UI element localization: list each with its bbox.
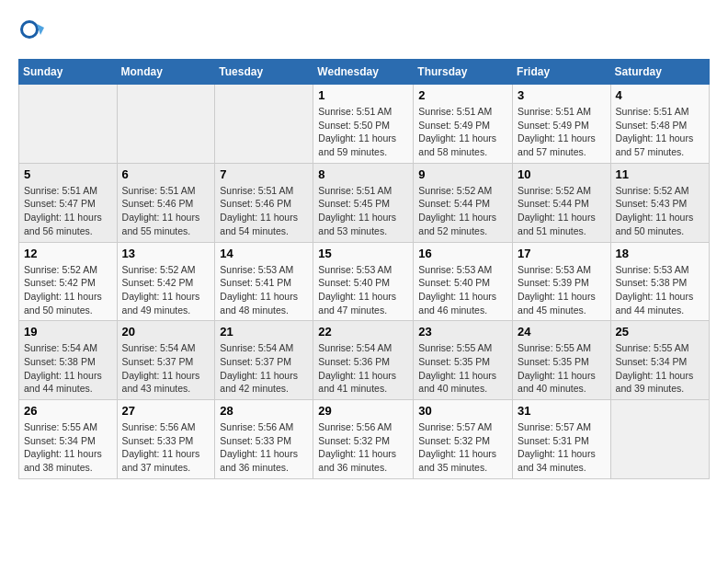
page-header	[18, 18, 710, 44]
calendar-week-row: 12Sunrise: 5:52 AM Sunset: 5:42 PM Dayli…	[19, 242, 710, 321]
day-number: 29	[318, 404, 408, 418]
calendar-cell: 8Sunrise: 5:51 AM Sunset: 5:45 PM Daylig…	[313, 163, 414, 242]
day-info: Sunrise: 5:52 AM Sunset: 5:42 PM Dayligh…	[24, 263, 112, 317]
day-number: 28	[220, 404, 308, 418]
calendar-cell: 31Sunrise: 5:57 AM Sunset: 5:31 PM Dayli…	[513, 400, 611, 479]
day-info: Sunrise: 5:51 AM Sunset: 5:46 PM Dayligh…	[220, 184, 308, 238]
calendar-cell: 14Sunrise: 5:53 AM Sunset: 5:41 PM Dayli…	[215, 242, 313, 321]
day-number: 9	[418, 167, 507, 181]
day-number: 22	[318, 325, 408, 339]
calendar-cell	[215, 85, 313, 164]
day-header: Tuesday	[215, 60, 313, 85]
day-header: Saturday	[610, 60, 709, 85]
calendar-cell: 27Sunrise: 5:56 AM Sunset: 5:33 PM Dayli…	[117, 400, 215, 479]
day-info: Sunrise: 5:51 AM Sunset: 5:47 PM Dayligh…	[24, 184, 112, 238]
day-number: 3	[518, 88, 606, 102]
calendar-week-row: 26Sunrise: 5:55 AM Sunset: 5:34 PM Dayli…	[19, 400, 710, 479]
calendar-table: SundayMondayTuesdayWednesdayThursdayFrid…	[18, 59, 710, 479]
day-info: Sunrise: 5:51 AM Sunset: 5:45 PM Dayligh…	[318, 184, 408, 238]
calendar-cell: 15Sunrise: 5:53 AM Sunset: 5:40 PM Dayli…	[313, 242, 414, 321]
day-info: Sunrise: 5:53 AM Sunset: 5:41 PM Dayligh…	[220, 263, 308, 317]
day-info: Sunrise: 5:53 AM Sunset: 5:40 PM Dayligh…	[418, 263, 507, 317]
day-info: Sunrise: 5:55 AM Sunset: 5:34 PM Dayligh…	[24, 420, 112, 475]
calendar-cell: 7Sunrise: 5:51 AM Sunset: 5:46 PM Daylig…	[215, 163, 313, 242]
day-number: 26	[24, 404, 112, 418]
day-info: Sunrise: 5:52 AM Sunset: 5:42 PM Dayligh…	[122, 263, 210, 317]
calendar-week-row: 19Sunrise: 5:54 AM Sunset: 5:38 PM Dayli…	[19, 321, 710, 400]
logo-icon	[18, 18, 44, 44]
day-info: Sunrise: 5:53 AM Sunset: 5:39 PM Dayligh…	[518, 263, 606, 317]
day-info: Sunrise: 5:55 AM Sunset: 5:35 PM Dayligh…	[518, 341, 606, 396]
day-header: Thursday	[414, 60, 513, 85]
calendar-cell: 1Sunrise: 5:51 AM Sunset: 5:50 PM Daylig…	[313, 85, 414, 164]
svg-point-1	[23, 23, 36, 36]
calendar-header-row: SundayMondayTuesdayWednesdayThursdayFrid…	[19, 60, 710, 85]
day-info: Sunrise: 5:51 AM Sunset: 5:50 PM Dayligh…	[318, 105, 408, 159]
day-number: 24	[518, 325, 606, 339]
day-info: Sunrise: 5:52 AM Sunset: 5:44 PM Dayligh…	[418, 184, 507, 238]
day-info: Sunrise: 5:56 AM Sunset: 5:32 PM Dayligh…	[318, 420, 408, 475]
day-number: 27	[122, 404, 210, 418]
day-info: Sunrise: 5:57 AM Sunset: 5:31 PM Dayligh…	[518, 420, 606, 475]
day-number: 30	[418, 404, 507, 418]
day-info: Sunrise: 5:56 AM Sunset: 5:33 PM Dayligh…	[220, 420, 308, 475]
day-number: 23	[418, 325, 507, 339]
day-number: 12	[24, 247, 112, 260]
calendar-cell: 9Sunrise: 5:52 AM Sunset: 5:44 PM Daylig…	[414, 163, 513, 242]
calendar-cell: 11Sunrise: 5:52 AM Sunset: 5:43 PM Dayli…	[610, 163, 709, 242]
calendar-cell: 24Sunrise: 5:55 AM Sunset: 5:35 PM Dayli…	[513, 321, 611, 400]
day-number: 14	[220, 247, 308, 260]
day-header: Wednesday	[313, 60, 414, 85]
calendar-cell: 16Sunrise: 5:53 AM Sunset: 5:40 PM Dayli…	[414, 242, 513, 321]
calendar-cell	[117, 85, 215, 164]
day-number: 11	[616, 167, 704, 181]
calendar-week-row: 5Sunrise: 5:51 AM Sunset: 5:47 PM Daylig…	[19, 163, 710, 242]
calendar-cell: 22Sunrise: 5:54 AM Sunset: 5:36 PM Dayli…	[313, 321, 414, 400]
calendar-cell: 3Sunrise: 5:51 AM Sunset: 5:49 PM Daylig…	[513, 85, 611, 164]
day-number: 18	[616, 247, 704, 260]
day-info: Sunrise: 5:55 AM Sunset: 5:35 PM Dayligh…	[418, 341, 507, 396]
day-number: 10	[518, 167, 606, 181]
day-info: Sunrise: 5:53 AM Sunset: 5:38 PM Dayligh…	[616, 263, 704, 317]
calendar-cell: 2Sunrise: 5:51 AM Sunset: 5:49 PM Daylig…	[414, 85, 513, 164]
day-info: Sunrise: 5:57 AM Sunset: 5:32 PM Dayligh…	[418, 420, 507, 475]
day-number: 16	[418, 247, 507, 260]
day-number: 5	[24, 167, 112, 181]
day-info: Sunrise: 5:54 AM Sunset: 5:36 PM Dayligh…	[318, 341, 408, 396]
calendar-cell: 10Sunrise: 5:52 AM Sunset: 5:44 PM Dayli…	[513, 163, 611, 242]
calendar-cell: 29Sunrise: 5:56 AM Sunset: 5:32 PM Dayli…	[313, 400, 414, 479]
calendar-cell: 23Sunrise: 5:55 AM Sunset: 5:35 PM Dayli…	[414, 321, 513, 400]
calendar-cell: 21Sunrise: 5:54 AM Sunset: 5:37 PM Dayli…	[215, 321, 313, 400]
day-info: Sunrise: 5:54 AM Sunset: 5:37 PM Dayligh…	[220, 341, 308, 396]
day-info: Sunrise: 5:51 AM Sunset: 5:48 PM Dayligh…	[616, 105, 704, 159]
day-info: Sunrise: 5:56 AM Sunset: 5:33 PM Dayligh…	[122, 420, 210, 475]
logo	[18, 18, 48, 44]
day-number: 15	[318, 247, 408, 260]
calendar-cell: 19Sunrise: 5:54 AM Sunset: 5:38 PM Dayli…	[19, 321, 118, 400]
day-info: Sunrise: 5:54 AM Sunset: 5:37 PM Dayligh…	[122, 341, 210, 396]
day-number: 1	[318, 88, 408, 102]
day-number: 13	[122, 247, 210, 260]
day-number: 31	[518, 404, 606, 418]
calendar-cell	[610, 400, 709, 479]
calendar-cell: 13Sunrise: 5:52 AM Sunset: 5:42 PM Dayli…	[117, 242, 215, 321]
calendar-cell: 28Sunrise: 5:56 AM Sunset: 5:33 PM Dayli…	[215, 400, 313, 479]
day-info: Sunrise: 5:51 AM Sunset: 5:49 PM Dayligh…	[518, 105, 606, 159]
day-info: Sunrise: 5:53 AM Sunset: 5:40 PM Dayligh…	[318, 263, 408, 317]
day-number: 20	[122, 325, 210, 339]
day-header: Monday	[117, 60, 215, 85]
day-number: 8	[318, 167, 408, 181]
calendar-week-row: 1Sunrise: 5:51 AM Sunset: 5:50 PM Daylig…	[19, 85, 710, 164]
day-info: Sunrise: 5:51 AM Sunset: 5:46 PM Dayligh…	[122, 184, 210, 238]
calendar-cell: 30Sunrise: 5:57 AM Sunset: 5:32 PM Dayli…	[414, 400, 513, 479]
calendar-cell: 12Sunrise: 5:52 AM Sunset: 5:42 PM Dayli…	[19, 242, 118, 321]
calendar-cell: 17Sunrise: 5:53 AM Sunset: 5:39 PM Dayli…	[513, 242, 611, 321]
day-number: 21	[220, 325, 308, 339]
calendar-cell: 26Sunrise: 5:55 AM Sunset: 5:34 PM Dayli…	[19, 400, 118, 479]
calendar-cell: 18Sunrise: 5:53 AM Sunset: 5:38 PM Dayli…	[610, 242, 709, 321]
day-number: 19	[24, 325, 112, 339]
day-number: 4	[616, 88, 704, 102]
day-number: 17	[518, 247, 606, 260]
day-info: Sunrise: 5:52 AM Sunset: 5:44 PM Dayligh…	[518, 184, 606, 238]
calendar-cell: 4Sunrise: 5:51 AM Sunset: 5:48 PM Daylig…	[610, 85, 709, 164]
